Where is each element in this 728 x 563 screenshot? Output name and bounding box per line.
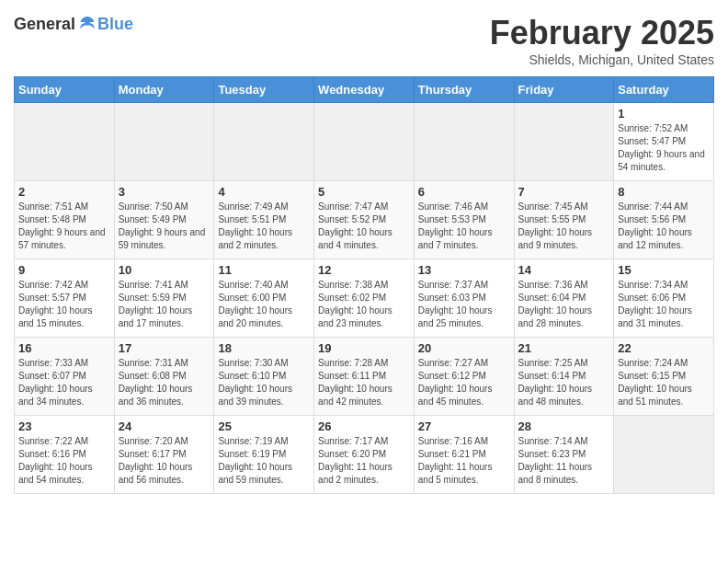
calendar-cell: 13Sunrise: 7:37 AM Sunset: 6:03 PM Dayli…: [414, 259, 514, 338]
day-info: Sunrise: 7:24 AM Sunset: 6:15 PM Dayligh…: [618, 357, 710, 408]
day-number: 22: [618, 341, 710, 355]
calendar-header-thursday: Thursday: [414, 77, 514, 103]
month-title: February 2025: [490, 14, 714, 52]
day-info: Sunrise: 7:33 AM Sunset: 6:07 PM Dayligh…: [18, 357, 110, 408]
calendar-cell: 20Sunrise: 7:27 AM Sunset: 6:12 PM Dayli…: [414, 338, 514, 416]
day-number: 26: [318, 419, 410, 433]
day-info: Sunrise: 7:36 AM Sunset: 6:04 PM Dayligh…: [518, 279, 610, 330]
day-info: Sunrise: 7:19 AM Sunset: 6:19 PM Dayligh…: [218, 435, 310, 487]
calendar-week-row: 23Sunrise: 7:22 AM Sunset: 6:16 PM Dayli…: [15, 416, 714, 494]
day-info: Sunrise: 7:47 AM Sunset: 5:52 PM Dayligh…: [318, 201, 410, 252]
calendar-week-row: 9Sunrise: 7:42 AM Sunset: 5:57 PM Daylig…: [15, 259, 714, 338]
calendar-cell: 1Sunrise: 7:52 AM Sunset: 5:47 PM Daylig…: [614, 103, 714, 181]
calendar-cell: [214, 103, 314, 181]
day-number: 15: [618, 263, 710, 277]
logo: General Blue: [14, 14, 133, 34]
day-info: Sunrise: 7:44 AM Sunset: 5:56 PM Dayligh…: [618, 201, 710, 252]
day-info: Sunrise: 7:14 AM Sunset: 6:23 PM Dayligh…: [518, 435, 610, 487]
calendar-cell: [15, 103, 115, 181]
day-number: 18: [218, 341, 310, 355]
day-number: 27: [418, 419, 510, 433]
calendar-cell: [614, 416, 714, 494]
calendar-week-row: 16Sunrise: 7:33 AM Sunset: 6:07 PM Dayli…: [15, 338, 714, 416]
calendar-cell: 28Sunrise: 7:14 AM Sunset: 6:23 PM Dayli…: [514, 416, 614, 494]
day-number: 19: [318, 341, 410, 355]
day-info: Sunrise: 7:49 AM Sunset: 5:51 PM Dayligh…: [218, 201, 310, 252]
calendar-week-row: 2Sunrise: 7:51 AM Sunset: 5:48 PM Daylig…: [15, 181, 714, 259]
day-info: Sunrise: 7:38 AM Sunset: 6:02 PM Dayligh…: [318, 279, 410, 330]
day-number: 3: [119, 185, 210, 199]
day-number: 20: [418, 341, 510, 355]
day-number: 14: [518, 263, 610, 277]
day-info: Sunrise: 7:22 AM Sunset: 6:16 PM Dayligh…: [18, 435, 110, 487]
day-info: Sunrise: 7:52 AM Sunset: 5:47 PM Dayligh…: [618, 122, 710, 174]
calendar-cell: 7Sunrise: 7:45 AM Sunset: 5:55 PM Daylig…: [514, 181, 614, 259]
day-info: Sunrise: 7:17 AM Sunset: 6:20 PM Dayligh…: [318, 435, 410, 487]
calendar-cell: 19Sunrise: 7:28 AM Sunset: 6:11 PM Dayli…: [314, 338, 415, 416]
day-info: Sunrise: 7:46 AM Sunset: 5:53 PM Dayligh…: [418, 201, 510, 252]
day-number: 17: [119, 341, 210, 355]
day-number: 12: [318, 263, 410, 277]
day-info: Sunrise: 7:42 AM Sunset: 5:57 PM Dayligh…: [18, 279, 110, 330]
day-info: Sunrise: 7:31 AM Sunset: 6:08 PM Dayligh…: [119, 357, 210, 408]
calendar-header-row: SundayMondayTuesdayWednesdayThursdayFrid…: [15, 77, 714, 103]
calendar-cell: 23Sunrise: 7:22 AM Sunset: 6:16 PM Dayli…: [15, 416, 115, 494]
calendar-cell: 15Sunrise: 7:34 AM Sunset: 6:06 PM Dayli…: [614, 259, 714, 338]
day-number: 1: [618, 107, 710, 121]
day-number: 9: [18, 263, 110, 277]
calendar-cell: 22Sunrise: 7:24 AM Sunset: 6:15 PM Dayli…: [614, 338, 714, 416]
day-info: Sunrise: 7:45 AM Sunset: 5:55 PM Dayligh…: [518, 201, 610, 252]
calendar-cell: 16Sunrise: 7:33 AM Sunset: 6:07 PM Dayli…: [15, 338, 115, 416]
header: General Blue February 2025 Shields, Mich…: [14, 14, 714, 67]
calendar-cell: 21Sunrise: 7:25 AM Sunset: 6:14 PM Dayli…: [514, 338, 614, 416]
calendar-header-sunday: Sunday: [15, 77, 115, 103]
logo-general-text: General: [14, 15, 75, 34]
calendar-week-row: 1Sunrise: 7:52 AM Sunset: 5:47 PM Daylig…: [15, 103, 714, 181]
day-number: 28: [518, 419, 610, 433]
day-number: 25: [218, 419, 310, 433]
day-info: Sunrise: 7:40 AM Sunset: 6:00 PM Dayligh…: [218, 279, 310, 330]
day-number: 2: [18, 185, 110, 199]
calendar-cell: 26Sunrise: 7:17 AM Sunset: 6:20 PM Dayli…: [314, 416, 415, 494]
calendar-header-saturday: Saturday: [614, 77, 714, 103]
day-number: 23: [18, 419, 110, 433]
title-block: February 2025 Shields, Michigan, United …: [490, 14, 714, 67]
day-number: 21: [518, 341, 610, 355]
day-number: 6: [418, 185, 510, 199]
logo-bird-icon: [77, 14, 97, 34]
day-number: 10: [119, 263, 210, 277]
day-info: Sunrise: 7:50 AM Sunset: 5:49 PM Dayligh…: [119, 201, 210, 252]
day-info: Sunrise: 7:20 AM Sunset: 6:17 PM Dayligh…: [119, 435, 210, 487]
calendar-header-friday: Friday: [514, 77, 614, 103]
calendar-cell: [414, 103, 514, 181]
day-number: 7: [518, 185, 610, 199]
calendar-cell: [514, 103, 614, 181]
logo-blue-text: Blue: [97, 15, 133, 34]
day-number: 13: [418, 263, 510, 277]
calendar-cell: 11Sunrise: 7:40 AM Sunset: 6:00 PM Dayli…: [214, 259, 314, 338]
calendar-cell: 9Sunrise: 7:42 AM Sunset: 5:57 PM Daylig…: [15, 259, 115, 338]
day-info: Sunrise: 7:37 AM Sunset: 6:03 PM Dayligh…: [418, 279, 510, 330]
calendar-header-wednesday: Wednesday: [314, 77, 415, 103]
day-info: Sunrise: 7:28 AM Sunset: 6:11 PM Dayligh…: [318, 357, 410, 408]
calendar-table: SundayMondayTuesdayWednesdayThursdayFrid…: [14, 76, 714, 494]
calendar-cell: 12Sunrise: 7:38 AM Sunset: 6:02 PM Dayli…: [314, 259, 415, 338]
day-info: Sunrise: 7:25 AM Sunset: 6:14 PM Dayligh…: [518, 357, 610, 408]
calendar-header-monday: Monday: [114, 77, 214, 103]
day-info: Sunrise: 7:27 AM Sunset: 6:12 PM Dayligh…: [418, 357, 510, 408]
calendar-cell: 2Sunrise: 7:51 AM Sunset: 5:48 PM Daylig…: [15, 181, 115, 259]
calendar-cell: 10Sunrise: 7:41 AM Sunset: 5:59 PM Dayli…: [114, 259, 214, 338]
calendar-cell: 6Sunrise: 7:46 AM Sunset: 5:53 PM Daylig…: [414, 181, 514, 259]
day-number: 16: [18, 341, 110, 355]
calendar-header-tuesday: Tuesday: [214, 77, 314, 103]
page: General Blue February 2025 Shields, Mich…: [0, 0, 728, 508]
day-number: 8: [618, 185, 710, 199]
location-text: Shields, Michigan, United States: [490, 52, 714, 67]
calendar-cell: 27Sunrise: 7:16 AM Sunset: 6:21 PM Dayli…: [414, 416, 514, 494]
day-info: Sunrise: 7:16 AM Sunset: 6:21 PM Dayligh…: [418, 435, 510, 487]
calendar-cell: [314, 103, 415, 181]
calendar-cell: 4Sunrise: 7:49 AM Sunset: 5:51 PM Daylig…: [214, 181, 314, 259]
calendar-cell: 8Sunrise: 7:44 AM Sunset: 5:56 PM Daylig…: [614, 181, 714, 259]
calendar-cell: 3Sunrise: 7:50 AM Sunset: 5:49 PM Daylig…: [114, 181, 214, 259]
day-number: 11: [218, 263, 310, 277]
